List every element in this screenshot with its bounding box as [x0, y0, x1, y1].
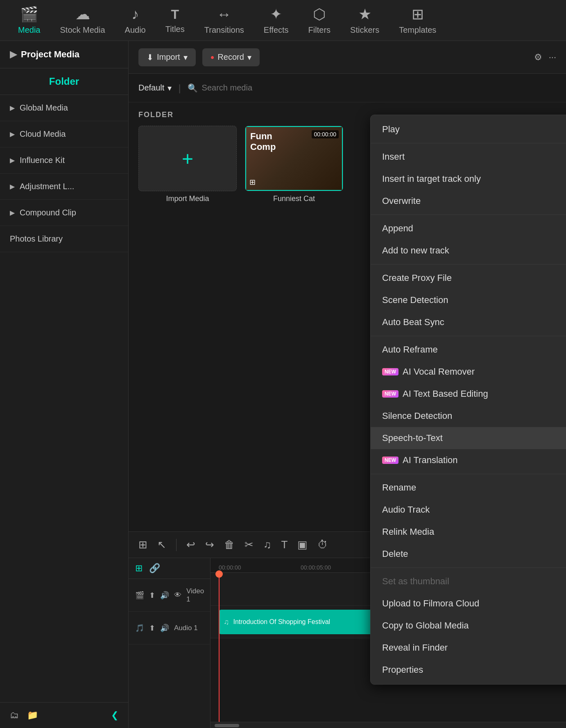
speed-tool-icon[interactable]: ⏱: [317, 538, 328, 551]
titles-icon: T: [171, 7, 179, 22]
sidebar-item-cloud-media[interactable]: ▶ Cloud Media: [0, 121, 128, 147]
timeline-scrollbar[interactable]: [211, 722, 566, 728]
ctx-overwrite[interactable]: Overwrite ⇧⌘O: [371, 190, 566, 212]
import-icon: ⬇: [147, 52, 154, 62]
add-folder-icon[interactable]: 📁: [27, 710, 38, 721]
ctx-ai-translation[interactable]: NEW AI Translation: [371, 449, 566, 471]
ctx-divider-1: [371, 143, 566, 143]
filter-icon[interactable]: ⚙: [534, 52, 542, 63]
toolbar-left: ⬇ Import ▾ ● Record ▾: [138, 48, 260, 66]
import-media-thumb[interactable]: +: [138, 126, 237, 191]
ctx-delete[interactable]: Delete ⌫: [371, 543, 566, 565]
crop-tool-icon[interactable]: ▣: [297, 538, 308, 551]
select-tool-icon[interactable]: ↖: [157, 538, 166, 551]
sidebar-item-compound-clip[interactable]: ▶ Compound Clip: [0, 200, 128, 226]
delete-icon[interactable]: 🗑: [224, 538, 235, 551]
sidebar-item-global-media[interactable]: ▶ Global Media: [0, 95, 128, 121]
sidebar-collapse-button[interactable]: ❮: [111, 710, 118, 721]
ctx-create-proxy[interactable]: Create Proxy File: [371, 267, 566, 289]
chevron-right-icon: ▶: [10, 183, 15, 190]
nav-item-filters[interactable]: ⬡ Filters: [299, 2, 340, 39]
audio-clip-icon: ♫: [224, 618, 229, 626]
effects-icon: ✦: [270, 6, 282, 23]
link-icon[interactable]: 🔗: [149, 563, 160, 574]
nav-item-media[interactable]: 🎬 Media: [8, 2, 50, 39]
ctx-divider-4: [371, 336, 566, 336]
ctx-ai-vocal-remover[interactable]: NEW AI Vocal Remover: [371, 361, 566, 383]
cut-icon[interactable]: ✂: [245, 538, 254, 551]
ctx-speech-to-text[interactable]: Speech-to-Text: [371, 427, 566, 449]
new-badge-text: NEW: [382, 390, 398, 398]
more-icon[interactable]: ···: [549, 52, 556, 63]
playhead-ball: [215, 570, 223, 578]
record-dot-icon: ●: [211, 54, 215, 61]
ctx-divider-6: [371, 567, 566, 568]
video-overlay-text: FunnComp: [250, 131, 276, 153]
context-menu: Play Insert ⇧⌘I Insert in target track o…: [370, 115, 566, 685]
nav-item-templates[interactable]: ⊞ Templates: [389, 2, 446, 39]
transitions-icon: ↔: [217, 6, 231, 23]
export-icon[interactable]: ⬆: [149, 591, 155, 600]
sidebar-item-influence-kit[interactable]: ▶ Influence Kit: [0, 147, 128, 174]
video-thumb-funniest-cat[interactable]: FunnComp 00:00:00 ⊞: [245, 126, 343, 191]
ctx-properties[interactable]: Properties: [371, 659, 566, 681]
ctx-relink-media[interactable]: Relink Media: [371, 521, 566, 543]
ctx-rename[interactable]: Rename F2: [371, 477, 566, 499]
redo-icon[interactable]: ↪: [205, 538, 214, 551]
add-icon: +: [182, 147, 193, 170]
ctx-play[interactable]: Play: [371, 118, 566, 140]
search-icon: 🔍: [188, 83, 198, 93]
search-dropdown[interactable]: Default ▾: [138, 83, 172, 93]
nav-item-effects[interactable]: ✦ Effects: [254, 2, 299, 39]
timeline-actions: ⊞ 🔗: [129, 558, 210, 579]
search-input[interactable]: [202, 83, 556, 93]
audio-tool-icon[interactable]: ♫: [263, 538, 272, 551]
nav-item-stock-media[interactable]: ☁ Stock Media: [50, 2, 115, 39]
text-tool-icon[interactable]: T: [281, 538, 288, 551]
new-badge-vocal: NEW: [382, 368, 398, 375]
ctx-add-new-track[interactable]: Add to new track: [371, 240, 566, 262]
ctx-insert[interactable]: Insert ⇧⌘I: [371, 146, 566, 168]
new-folder-icon[interactable]: 🗂: [10, 710, 19, 721]
ctx-audio-track[interactable]: Audio Track ▶: [371, 499, 566, 521]
stock-media-icon: ☁: [75, 6, 90, 23]
video-type-icon: ⊞: [249, 178, 256, 187]
ctx-divider-2: [371, 215, 566, 215]
record-dropdown-icon: ▾: [247, 52, 251, 62]
ctx-reveal-finder[interactable]: Reveal in Finder ⇧⌘R: [371, 637, 566, 659]
audio-volume-icon[interactable]: 🔊: [160, 624, 169, 633]
ctx-scene-detection[interactable]: Scene Detection: [371, 289, 566, 311]
add-track-icon[interactable]: ⊞: [135, 563, 143, 574]
ctx-silence-detection[interactable]: Silence Detection: [371, 405, 566, 427]
ctx-append[interactable]: Append: [371, 217, 566, 240]
record-button[interactable]: ● Record ▾: [202, 48, 260, 66]
ctx-insert-target[interactable]: Insert in target track only: [371, 168, 566, 190]
audio-mute-icon[interactable]: 🔊: [160, 591, 169, 600]
ctx-ai-text-editing[interactable]: NEW AI Text Based Editing: [371, 383, 566, 405]
ctx-upload-cloud[interactable]: Upload to Filmora Cloud: [371, 592, 566, 615]
sidebar-item-adjustment-layer[interactable]: ▶ Adjustment L...: [0, 174, 128, 200]
scrollbar-thumb[interactable]: [215, 724, 239, 727]
undo-icon[interactable]: ↩: [186, 538, 195, 551]
nav-item-transitions[interactable]: ↔ Transitions: [195, 2, 254, 39]
timeline-tracks-header: ⊞ 🔗 🎬 ⬆ 🔊 👁 Video 1 🎵 ⬆ 🔊 Audi: [129, 558, 211, 728]
ctx-copy-global[interactable]: Copy to Global Media: [371, 615, 566, 637]
search-input-wrap: 🔍: [188, 83, 556, 93]
visibility-icon[interactable]: 👁: [174, 591, 181, 599]
content-area: ⬇ Import ▾ ● Record ▾ ⚙ ··· Default ▾: [129, 41, 566, 728]
import-button[interactable]: ⬇ Import ▾: [138, 48, 196, 66]
audio-export-icon[interactable]: ⬆: [149, 624, 155, 633]
nav-item-titles[interactable]: T Titles: [156, 3, 195, 38]
nav-item-audio[interactable]: ♪ Audio: [115, 2, 156, 39]
playhead: [219, 573, 220, 722]
nav-item-stickers[interactable]: ★ Stickers: [340, 2, 389, 39]
video-track-icon: 🎬: [135, 591, 144, 600]
grid-view-icon[interactable]: ⊞: [138, 538, 147, 551]
audio-icon: ♪: [131, 6, 139, 23]
import-media-label: Import Media: [166, 194, 209, 203]
ctx-divider-5: [371, 474, 566, 474]
ctx-auto-beat-sync[interactable]: Auto Beat Sync: [371, 311, 566, 333]
ctx-auto-reframe[interactable]: Auto Reframe: [371, 339, 566, 361]
sidebar-item-photos-library[interactable]: Photos Library: [0, 226, 128, 252]
media-icon: 🎬: [20, 6, 38, 23]
